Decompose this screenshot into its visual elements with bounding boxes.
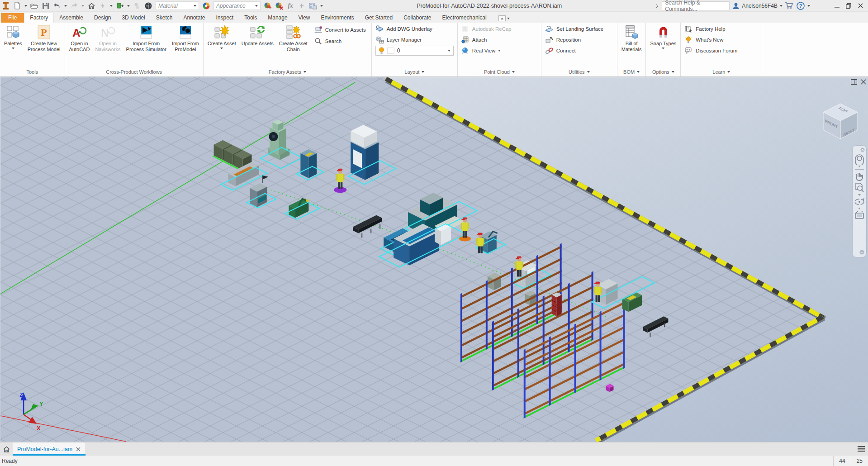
orbit-icon[interactable] xyxy=(854,197,865,207)
help-icon[interactable]: ? xyxy=(796,1,805,10)
tab-list-menu-icon[interactable] xyxy=(854,442,868,456)
qat-customize-dropdown[interactable] xyxy=(320,5,323,7)
search-assets-button[interactable]: Search xyxy=(312,36,368,47)
create-new-process-model-button[interactable]: P Create New Process Model xyxy=(25,24,63,52)
home-tab-button[interactable] xyxy=(0,442,13,456)
panel-label-point-cloud[interactable]: Point Cloud xyxy=(458,68,541,76)
tab-factory[interactable]: Factory xyxy=(24,13,54,23)
tab-sketch[interactable]: Sketch xyxy=(151,13,178,23)
real-view-button[interactable]: Real View xyxy=(459,45,540,56)
discussion-forum-button[interactable]: Discussion Forum xyxy=(682,45,760,56)
component-update-icon[interactable] xyxy=(116,2,124,10)
tab-file[interactable]: File xyxy=(1,13,24,23)
help-search-input[interactable]: Search Help & Commands... xyxy=(662,1,730,10)
user-dropdown[interactable] xyxy=(780,5,783,7)
orbit-dropdown-icon[interactable] xyxy=(858,208,861,209)
convert-to-assets-button[interactable]: Convert to Assets xyxy=(312,24,368,35)
layer-color-swatch[interactable] xyxy=(387,48,394,54)
update-assets-button[interactable]: Update Assets xyxy=(239,24,276,47)
tab-3d-model[interactable]: 3D Model xyxy=(116,13,150,23)
home-icon[interactable] xyxy=(87,2,95,10)
whats-new-button[interactable]: What's New xyxy=(682,34,760,45)
minimize-button[interactable] xyxy=(831,1,843,11)
wheel-dropdown-icon[interactable] xyxy=(858,166,861,167)
attach-point-cloud-button[interactable]: Attach xyxy=(459,34,540,45)
create-asset-button[interactable]: Create Asset xyxy=(205,24,239,49)
layer-manager-button[interactable]: Layer Manager xyxy=(373,34,456,45)
viewport-close-icon[interactable] xyxy=(861,79,866,85)
viewport-tile-icon[interactable] xyxy=(851,79,857,85)
set-landing-surface-button[interactable]: Set Landing Surface xyxy=(543,24,616,34)
panel-label-tools[interactable]: Tools xyxy=(0,68,65,76)
bolt-dropdown[interactable] xyxy=(110,5,113,7)
close-button[interactable] xyxy=(854,1,866,11)
navbar-close-icon[interactable] xyxy=(860,147,865,152)
component-dropdown[interactable] xyxy=(127,5,130,7)
import-from-promodel-button[interactable]: Import From ProModel xyxy=(169,24,202,52)
zoom-icon[interactable] xyxy=(854,182,865,193)
gray-bin-a[interactable] xyxy=(488,272,501,290)
help-dropdown[interactable] xyxy=(807,5,810,7)
fx-parameters-icon[interactable]: fx xyxy=(286,2,294,10)
new-file-dropdown[interactable] xyxy=(24,5,27,7)
tab-view[interactable]: View xyxy=(293,13,316,23)
panel-label-layout[interactable]: Layout xyxy=(372,68,457,76)
username[interactable]: Anelson56F4B xyxy=(742,3,778,9)
panel-label-learn[interactable]: Learn xyxy=(681,68,762,76)
appearance-clear-icon[interactable] xyxy=(275,2,283,10)
palettes-button[interactable]: Palettes xyxy=(1,24,25,49)
undo-icon[interactable] xyxy=(53,2,61,10)
import-from-process-simulator-button[interactable]: Import From Process Simulator xyxy=(123,24,169,52)
appearance-dropdown[interactable]: Appearance xyxy=(213,1,261,10)
factory-help-button[interactable]: Factory Help xyxy=(682,24,760,34)
panel-label-options[interactable]: Options xyxy=(646,68,680,76)
drawing-views-icon[interactable] xyxy=(309,2,317,10)
color-wheel-icon[interactable] xyxy=(202,2,210,10)
open-in-autocad-button[interactable]: A Open in AutoCAD xyxy=(66,24,93,52)
render-wheel-icon[interactable] xyxy=(144,2,152,10)
panel-label-utilities[interactable]: Utilities xyxy=(541,68,617,76)
inventor-logo-icon[interactable] xyxy=(2,2,10,10)
tab-design[interactable]: Design xyxy=(89,13,116,23)
material-dropdown[interactable]: Material xyxy=(156,1,199,10)
add-dwg-underlay-button[interactable]: Add DWG Underlay xyxy=(373,24,456,34)
zoom-dropdown-icon[interactable] xyxy=(858,194,861,196)
connect-button[interactable]: Connect xyxy=(543,45,616,56)
model-viewport[interactable]: Z Y X TOP FRONT RIGHT xyxy=(0,77,868,442)
panel-label-factory-assets[interactable]: Factory Assets xyxy=(204,68,371,76)
new-file-icon[interactable] xyxy=(13,2,21,10)
document-tab-active[interactable]: ProModel-for-Au...iam xyxy=(13,442,86,456)
create-asset-chain-button[interactable]: Create Asset Chain xyxy=(276,24,310,52)
tab-close-icon[interactable] xyxy=(76,447,81,452)
undo-dropdown[interactable] xyxy=(64,5,67,7)
tab-assemble[interactable]: Assemble xyxy=(54,13,89,23)
panel-label-cross-product[interactable]: Cross-Product Workflows xyxy=(65,68,203,76)
steering-wheel-icon[interactable] xyxy=(854,153,865,165)
tab-environments[interactable]: Environments xyxy=(315,13,359,23)
save-icon[interactable] xyxy=(42,2,50,10)
store-cart-icon[interactable] xyxy=(785,2,794,10)
appearance-add-icon[interactable] xyxy=(264,2,272,10)
layer-dropdown[interactable] xyxy=(448,50,451,52)
red-drawer-cabinet[interactable] xyxy=(552,292,562,316)
view-cube[interactable]: TOP FRONT RIGHT xyxy=(818,99,863,142)
tab-electromechanical[interactable]: Electromechanical xyxy=(437,13,492,23)
tab-inspect[interactable]: Inspect xyxy=(211,13,239,23)
navbar-more-icon[interactable] xyxy=(859,250,864,255)
tab-manage[interactable]: Manage xyxy=(262,13,293,23)
pan-hand-icon[interactable] xyxy=(854,171,865,181)
look-at-icon[interactable] xyxy=(854,210,865,219)
restore-button[interactable] xyxy=(843,1,854,11)
ribbon-collapse-button[interactable] xyxy=(498,15,510,21)
reposition-button[interactable]: Reposition xyxy=(543,34,616,45)
panel-label-bom[interactable]: BOM xyxy=(617,68,646,76)
bill-of-materials-button[interactable]: Bill of Materials xyxy=(619,24,645,52)
snap-types-button[interactable]: Snap Types xyxy=(647,24,679,49)
tab-collaborate[interactable]: Collaborate xyxy=(398,13,436,23)
tab-tools[interactable]: Tools xyxy=(239,13,262,23)
tab-get-started[interactable]: Get Started xyxy=(360,13,398,23)
layer-lightbulb-icon[interactable] xyxy=(379,47,384,55)
active-layer-combobox[interactable]: 0 xyxy=(375,46,454,56)
open-file-icon[interactable] xyxy=(30,2,38,10)
tab-annotate[interactable]: Annotate xyxy=(178,13,210,23)
